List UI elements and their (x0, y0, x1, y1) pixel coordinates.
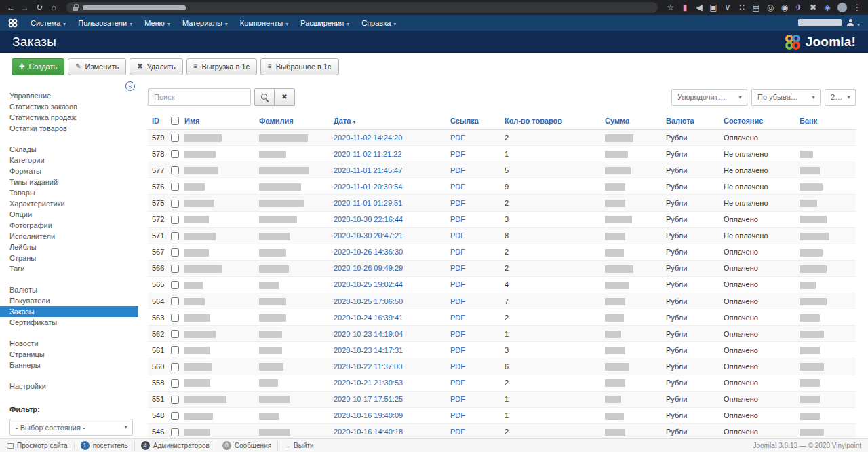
row-checkbox[interactable] (171, 379, 179, 388)
sidebar-item-photos[interactable]: Фотографии (0, 220, 138, 231)
select-all-checkbox[interactable] (171, 117, 179, 125)
robot-extension-icon[interactable]: ◈ (821, 1, 834, 14)
row-checkbox[interactable] (171, 216, 179, 224)
sidebar-item-categories[interactable]: Категории (0, 155, 138, 166)
profile-avatar[interactable] (837, 3, 847, 12)
sidebar-item-banners[interactable]: Баннеры (0, 360, 138, 371)
column-header-date[interactable]: Дата (334, 117, 351, 125)
pdf-link[interactable]: PDF (450, 280, 465, 288)
column-header-qty[interactable]: Кол-во товаров (505, 117, 562, 125)
row-checkbox[interactable] (171, 265, 179, 273)
user-icon[interactable] (847, 19, 854, 26)
column-header-link[interactable]: Ссылка (450, 117, 479, 125)
sidebar-item-settings[interactable]: Настройки (0, 381, 138, 392)
menu-item-extensions[interactable]: Расширения (294, 19, 355, 27)
rocket-extension-icon[interactable]: ✈ (792, 1, 806, 14)
order-date-link[interactable]: 2020-11-01 21:45:47 (334, 166, 402, 174)
export-1c-button[interactable]: ≡Выгрузка в 1с (186, 58, 257, 75)
column-header-status[interactable]: Состояние (724, 117, 763, 125)
pdf-link[interactable]: PDF (450, 215, 465, 223)
sidebar-item-options[interactable]: Опции (0, 209, 138, 220)
row-checkbox[interactable] (171, 363, 179, 371)
column-header-name[interactable]: Имя (184, 117, 199, 125)
sidebar-item-sales-statistics[interactable]: Статистика продаж (0, 112, 138, 123)
create-button[interactable]: ✚Создать (12, 58, 64, 75)
row-checkbox[interactable] (171, 248, 179, 257)
search-button[interactable] (254, 88, 275, 106)
row-checkbox[interactable] (171, 412, 179, 420)
order-date-link[interactable]: 2020-10-16 14:40:18 (334, 428, 403, 436)
order-date-link[interactable]: 2020-11-02 11:21:22 (334, 150, 402, 158)
order-date-link[interactable]: 2020-10-22 11:37:00 (334, 362, 402, 371)
menu-item-help[interactable]: Справка (355, 19, 402, 27)
pdf-link[interactable]: PDF (450, 183, 465, 191)
row-checkbox[interactable] (171, 150, 179, 158)
pdf-link[interactable]: PDF (450, 297, 465, 305)
pdf-link[interactable]: PDF (450, 248, 465, 256)
sidebar-item-warehouses[interactable]: Склады (0, 144, 138, 155)
menu-item-system[interactable]: Система (24, 19, 72, 27)
admins-status[interactable]: 4Администраторов (141, 441, 216, 450)
pdf-link[interactable]: PDF (450, 134, 465, 142)
order-date-link[interactable]: 2020-10-30 22:16:44 (334, 215, 403, 223)
pink-extension-icon[interactable]: ▮ (678, 1, 692, 14)
menu-item-users[interactable]: Пользователи (72, 19, 138, 27)
close-extension-icon[interactable]: ✖ (806, 1, 820, 14)
order-date-link[interactable]: 2020-10-25 19:02:44 (334, 280, 403, 288)
pdf-link[interactable]: PDF (450, 330, 465, 338)
user-chevron-down-icon[interactable] (854, 17, 860, 29)
direction-select[interactable]: По убыванию (751, 89, 821, 106)
row-checkbox[interactable] (171, 346, 179, 354)
order-date-link[interactable]: 2020-10-26 09:49:29 (334, 264, 403, 272)
address-bar[interactable] (66, 2, 658, 13)
view-site-link[interactable]: Просмотр сайта (7, 442, 75, 449)
clear-search-button[interactable]: ✖ (275, 88, 295, 106)
export-selected-1c-button[interactable]: ≡Выбранное в 1с (260, 58, 339, 75)
order-date-link[interactable]: 2020-10-23 14:17:31 (334, 346, 403, 354)
bookmark-star-icon[interactable]: ☆ (664, 1, 677, 14)
sidebar-item-currencies[interactable]: Валюты (0, 284, 138, 295)
row-checkbox[interactable] (171, 166, 179, 174)
sidebar-item-news[interactable]: Новости (0, 338, 138, 349)
sidebar-item-labels[interactable]: Лейблы (0, 242, 138, 252)
pdf-link[interactable]: PDF (450, 264, 465, 272)
sidebar-item-formats[interactable]: Форматы (0, 166, 138, 176)
logout-link[interactable]: Выйти (284, 442, 320, 449)
order-date-link[interactable]: 2020-10-24 16:39:41 (334, 314, 403, 322)
pdf-link[interactable]: PDF (450, 314, 465, 322)
back-extension-icon[interactable]: ◀ (692, 1, 706, 14)
pdf-link[interactable]: PDF (450, 166, 465, 174)
camera-extension-icon[interactable]: ▣ (707, 1, 720, 14)
messages-status[interactable]: 0Сообщения (222, 441, 278, 450)
column-header-surname[interactable]: Фамилия (259, 117, 294, 125)
sidebar-item-tags[interactable]: Таги (0, 263, 138, 274)
order-date-link[interactable]: 2020-11-01 01:29:51 (334, 199, 402, 207)
je-extension-icon[interactable]: ▤ (749, 1, 763, 14)
pdf-link[interactable]: PDF (450, 346, 465, 354)
forward-icon[interactable]: → (18, 1, 32, 14)
menu-item-components[interactable]: Компоненты (234, 19, 294, 27)
limit-select[interactable]: 20 (825, 89, 856, 106)
order-date-link[interactable]: 2020-10-30 20:47:21 (334, 231, 403, 240)
column-header-id[interactable]: ID (152, 117, 159, 125)
pdf-link[interactable]: PDF (450, 411, 465, 419)
menu-item-menus[interactable]: Меню (138, 19, 176, 27)
home-icon[interactable]: ⌂ (47, 1, 60, 14)
menu-item-content[interactable]: Материалы (176, 19, 234, 27)
row-checkbox[interactable] (171, 200, 179, 208)
sidebar-item-pages[interactable]: Страницы (0, 349, 138, 360)
order-date-link[interactable]: 2020-11-01 20:30:54 (334, 183, 402, 191)
sidebar-item-products[interactable]: Товары (0, 187, 138, 198)
status-filter-select[interactable]: - Выбор состояния - (9, 419, 133, 436)
row-checkbox[interactable] (171, 428, 179, 436)
column-header-currency[interactable]: Валюта (666, 117, 694, 125)
v-extension-icon[interactable]: ∨ (721, 1, 734, 14)
order-date-link[interactable]: 2020-10-21 21:30:53 (334, 379, 403, 387)
pdf-link[interactable]: PDF (450, 231, 465, 240)
order-date-link[interactable]: 2020-10-16 19:40:09 (334, 411, 403, 419)
search-input[interactable] (148, 88, 251, 106)
column-header-bank[interactable]: Банк (800, 117, 817, 125)
row-checkbox[interactable] (171, 396, 179, 404)
order-by-select[interactable]: Упорядочить таб... (671, 89, 747, 106)
row-checkbox[interactable] (171, 232, 179, 240)
